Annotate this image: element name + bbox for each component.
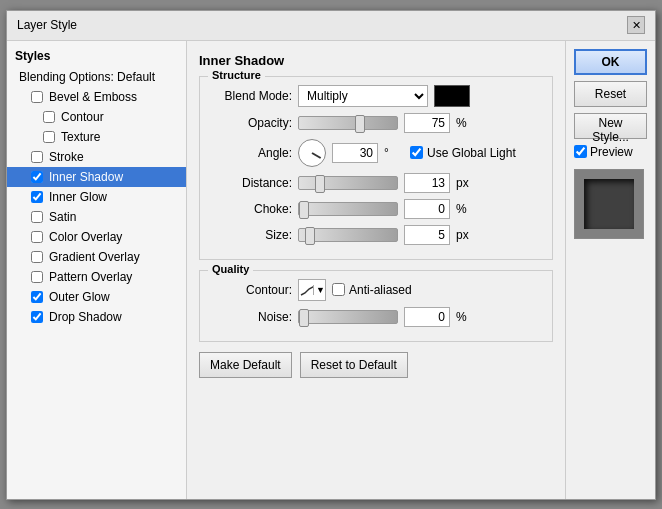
- preview-checkbox[interactable]: [574, 145, 587, 158]
- sidebar-item-inner-shadow[interactable]: Inner Shadow: [7, 167, 186, 187]
- preview-inner: [584, 179, 634, 229]
- texture-checkbox[interactable]: [43, 131, 55, 143]
- size-slider[interactable]: [298, 228, 398, 242]
- distance-input[interactable]: [404, 173, 450, 193]
- contour-preview[interactable]: ▼: [298, 279, 326, 301]
- sidebar-header[interactable]: Styles: [7, 45, 186, 67]
- angle-input[interactable]: [332, 143, 378, 163]
- contour-row: Contour: ▼ Anti-aliased: [212, 279, 540, 301]
- contour-label: Contour:: [212, 283, 292, 297]
- contour-label: Contour: [61, 110, 104, 124]
- inner-glow-label: Inner Glow: [49, 190, 107, 204]
- bevel-checkbox[interactable]: [31, 91, 43, 103]
- structure-group: Structure Blend Mode: Multiply Normal Sc…: [199, 76, 553, 260]
- new-style-button[interactable]: New Style...: [574, 113, 647, 139]
- sidebar-item-satin[interactable]: Satin: [7, 207, 186, 227]
- dialog-body: Styles Blending Options: Default Bevel &…: [7, 41, 655, 499]
- choke-thumb[interactable]: [299, 201, 309, 219]
- opacity-row: Opacity: %: [212, 113, 540, 133]
- sidebar-item-contour[interactable]: Contour: [7, 107, 186, 127]
- inner-shadow-checkbox[interactable]: [31, 171, 43, 183]
- satin-checkbox[interactable]: [31, 211, 43, 223]
- stroke-checkbox[interactable]: [31, 151, 43, 163]
- blending-label: Blending Options: Default: [19, 70, 155, 84]
- sidebar-item-color-overlay[interactable]: Color Overlay: [7, 227, 186, 247]
- sidebar-item-inner-glow[interactable]: Inner Glow: [7, 187, 186, 207]
- sidebar-item-blending[interactable]: Blending Options: Default: [7, 67, 186, 87]
- opacity-thumb[interactable]: [355, 115, 365, 133]
- preview-box: [574, 169, 644, 239]
- sidebar-item-gradient-overlay[interactable]: Gradient Overlay: [7, 247, 186, 267]
- blend-mode-label: Blend Mode:: [212, 89, 292, 103]
- gradient-overlay-checkbox[interactable]: [31, 251, 43, 263]
- inner-shadow-label: Inner Shadow: [49, 170, 123, 184]
- distance-unit: px: [456, 176, 476, 190]
- global-light-checkbox[interactable]: [410, 146, 423, 159]
- size-row: Size: px: [212, 225, 540, 245]
- close-button[interactable]: ✕: [627, 16, 645, 34]
- choke-input[interactable]: [404, 199, 450, 219]
- sidebar-item-outer-glow[interactable]: Outer Glow: [7, 287, 186, 307]
- angle-dial[interactable]: [298, 139, 326, 167]
- section-title: Inner Shadow: [199, 53, 553, 68]
- size-input[interactable]: [404, 225, 450, 245]
- noise-input[interactable]: [404, 307, 450, 327]
- sidebar-item-texture[interactable]: Texture: [7, 127, 186, 147]
- size-unit: px: [456, 228, 476, 242]
- color-overlay-label: Color Overlay: [49, 230, 122, 244]
- size-label: Size:: [212, 228, 292, 242]
- opacity-input[interactable]: [404, 113, 450, 133]
- angle-row: Angle: ° Use Global Light: [212, 139, 540, 167]
- color-overlay-checkbox[interactable]: [31, 231, 43, 243]
- size-thumb[interactable]: [305, 227, 315, 245]
- opacity-slider[interactable]: [298, 116, 398, 130]
- gradient-overlay-label: Gradient Overlay: [49, 250, 140, 264]
- opacity-label: Opacity:: [212, 116, 292, 130]
- sidebar-item-stroke[interactable]: Stroke: [7, 147, 186, 167]
- main-content: Inner Shadow Structure Blend Mode: Multi…: [187, 41, 565, 499]
- angle-indicator: [312, 152, 322, 159]
- contour-checkbox[interactable]: [43, 111, 55, 123]
- sidebar-item-pattern-overlay[interactable]: Pattern Overlay: [7, 267, 186, 287]
- sidebar: Styles Blending Options: Default Bevel &…: [7, 41, 187, 499]
- anti-alias-row: Anti-aliased: [332, 283, 412, 297]
- color-swatch[interactable]: [434, 85, 470, 107]
- drop-shadow-checkbox[interactable]: [31, 311, 43, 323]
- stroke-label: Stroke: [49, 150, 84, 164]
- sidebar-item-bevel[interactable]: Bevel & Emboss: [7, 87, 186, 107]
- outer-glow-label: Outer Glow: [49, 290, 110, 304]
- noise-slider[interactable]: [298, 310, 398, 324]
- global-light-label: Use Global Light: [427, 146, 516, 160]
- outer-glow-checkbox[interactable]: [31, 291, 43, 303]
- quality-group: Quality Contour: ▼ Anti-aliased: [199, 270, 553, 342]
- contour-curve-icon: [299, 281, 313, 299]
- blend-mode-row: Blend Mode: Multiply Normal Screen Overl…: [212, 85, 540, 107]
- ok-button[interactable]: OK: [574, 49, 647, 75]
- choke-slider[interactable]: [298, 202, 398, 216]
- inner-glow-checkbox[interactable]: [31, 191, 43, 203]
- global-light-row: Use Global Light: [410, 146, 516, 160]
- anti-aliased-checkbox[interactable]: [332, 283, 345, 296]
- sidebar-item-drop-shadow[interactable]: Drop Shadow: [7, 307, 186, 327]
- pattern-overlay-checkbox[interactable]: [31, 271, 43, 283]
- dialog-title: Layer Style: [17, 18, 77, 32]
- noise-unit: %: [456, 310, 476, 324]
- make-default-button[interactable]: Make Default: [199, 352, 292, 378]
- choke-label: Choke:: [212, 202, 292, 216]
- distance-slider[interactable]: [298, 176, 398, 190]
- angle-label: Angle:: [212, 146, 292, 160]
- preview-row: Preview: [574, 145, 647, 159]
- choke-unit: %: [456, 202, 476, 216]
- reset-button[interactable]: Reset: [574, 81, 647, 107]
- contour-dropdown-arrow: ▼: [313, 285, 325, 295]
- distance-row: Distance: px: [212, 173, 540, 193]
- noise-row: Noise: %: [212, 307, 540, 327]
- blend-mode-select[interactable]: Multiply Normal Screen Overlay: [298, 85, 428, 107]
- noise-thumb[interactable]: [299, 309, 309, 327]
- distance-thumb[interactable]: [315, 175, 325, 193]
- reset-default-button[interactable]: Reset to Default: [300, 352, 408, 378]
- anti-aliased-label: Anti-aliased: [349, 283, 412, 297]
- noise-label: Noise:: [212, 310, 292, 324]
- pattern-overlay-label: Pattern Overlay: [49, 270, 132, 284]
- opacity-unit: %: [456, 116, 476, 130]
